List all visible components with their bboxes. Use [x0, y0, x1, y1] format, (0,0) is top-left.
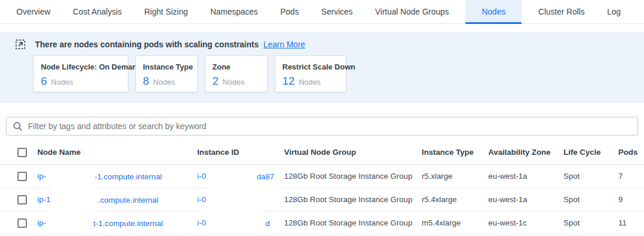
column-header-node-name: Node Name [37, 148, 197, 157]
tab-virtual-node-groups[interactable]: Virtual Node Groups [369, 0, 455, 23]
column-header-availability-zone: Availability Zone [488, 148, 564, 157]
card-zone[interactable]: Zone 2 Nodes [205, 55, 268, 92]
column-header-instance-type: Instance Type [422, 148, 488, 157]
tab-pods[interactable]: Pods [275, 0, 305, 23]
instance-id-link[interactable]: i-0 [197, 172, 206, 181]
card-restrict-scale-down[interactable]: Restrict Scale Down 12 Nodes [275, 55, 346, 92]
life-cycle-cell: Spot [564, 218, 618, 227]
row-checkbox[interactable] [18, 195, 27, 204]
row-checkbox[interactable] [18, 218, 27, 228]
pods-cell: 9 [618, 195, 644, 204]
virtual-node-group-cell: 128Gb Root Storage Instance Group [284, 195, 422, 204]
card-unit: Nodes [223, 78, 245, 86]
card-unit: Nodes [153, 78, 176, 86]
card-unit: Nodes [51, 78, 74, 86]
card-title: Instance Type [143, 63, 190, 71]
table-row: ip- -1.compute.internal i-0 da87 128Gb R… [0, 165, 644, 188]
column-header-pods: Pods [618, 148, 644, 157]
card-title: Zone [212, 63, 260, 71]
availability-zone-cell: eu-west-1a [488, 195, 564, 204]
card-title: Node Lifecycle: On Demand [41, 63, 121, 71]
learn-more-link[interactable]: Learn More [264, 40, 306, 49]
redaction-box [205, 210, 264, 227]
node-name-link[interactable]: ip- [37, 218, 46, 227]
tab-log[interactable]: Log [601, 0, 626, 23]
instance-type-cell: m5.4xlarge [422, 218, 488, 227]
search-input[interactable] [28, 122, 631, 131]
pods-cell: 7 [618, 172, 644, 181]
instance-id-link[interactable]: i-0 [197, 195, 206, 204]
instance-type-cell: r5.xlarge [422, 172, 488, 181]
instance-type-cell: r5.4xlarge [422, 195, 488, 204]
node-name-link[interactable]: -1.compute.internal [94, 172, 162, 181]
select-all-checkbox[interactable] [18, 148, 27, 157]
scaling-constraints-banner: There are nodes containing pods with sca… [0, 32, 644, 103]
node-name-link[interactable]: t-1.compute.internal [93, 218, 163, 227]
row-checkbox[interactable] [18, 172, 27, 181]
table-header-row: Node Name Instance ID Virtual Node Group… [0, 140, 644, 165]
card-value: 6 [41, 75, 47, 88]
banner-message: There are nodes containing pods with sca… [35, 40, 259, 49]
node-name-link[interactable]: .compute.internal [98, 195, 159, 204]
life-cycle-cell: Spot [564, 195, 618, 204]
availability-zone-cell: eu-west-1c [488, 218, 564, 227]
instance-id-link[interactable]: d [265, 218, 270, 227]
card-value: 8 [143, 75, 149, 88]
constraint-cards: Node Lifecycle: On Demand 6 Nodes Instan… [33, 55, 644, 92]
column-header-instance-id: Instance ID [197, 148, 284, 157]
life-cycle-cell: Spot [564, 172, 618, 181]
availability-zone-cell: eu-west-1a [488, 172, 564, 181]
search-icon [13, 122, 23, 131]
redaction-box [207, 186, 277, 204]
node-name-link[interactable]: ip- [37, 172, 46, 181]
card-value: 12 [282, 75, 295, 88]
pods-cell: 11 [618, 218, 644, 227]
virtual-node-group-cell: 128Gb Root Storage Instance Group [284, 172, 422, 181]
card-node-lifecycle[interactable]: Node Lifecycle: On Demand 6 Nodes [33, 55, 128, 92]
tab-cost-analysis[interactable]: Cost Analysis [67, 0, 128, 23]
column-header-virtual-node-group: Virtual Node Group [284, 148, 422, 157]
redaction-box [205, 166, 256, 184]
nodes-table: Node Name Instance ID Virtual Node Group… [0, 140, 644, 235]
card-unit: Nodes [299, 78, 321, 86]
tab-cluster-rolls[interactable]: Cluster Rolls [533, 0, 590, 23]
instance-id-link[interactable]: da87 [257, 172, 274, 181]
instance-id-link[interactable]: i-0 [197, 218, 206, 227]
redaction-box [48, 210, 93, 227]
tab-nodes[interactable]: Nodes [466, 0, 522, 23]
scale-constraint-icon [15, 39, 26, 50]
table-row: ip- t-1.compute.internal i-0 d 128Gb Roo… [0, 211, 644, 235]
column-header-life-cycle: Life Cycle [564, 148, 618, 157]
card-value: 2 [212, 75, 219, 88]
tab-namespaces[interactable]: Namespaces [204, 0, 264, 23]
tab-right-sizing[interactable]: Right Sizing [138, 0, 194, 23]
redaction-box [50, 166, 94, 184]
card-instance-type[interactable]: Instance Type 8 Nodes [135, 55, 198, 92]
tab-services[interactable]: Services [316, 0, 359, 23]
card-title: Restrict Scale Down [282, 63, 339, 71]
redaction-box [51, 186, 98, 204]
filter-search-bar [6, 117, 638, 136]
cluster-tab-bar: Overview Cost Analysis Right Sizing Name… [0, 0, 644, 24]
virtual-node-group-cell: 128Gb Root Storage Instance Group [284, 218, 422, 227]
table-row: ip-1 .compute.internal i-0 128Gb Root St… [0, 188, 644, 211]
node-name-link[interactable]: ip-1 [37, 195, 51, 204]
tab-overview[interactable]: Overview [10, 0, 56, 23]
